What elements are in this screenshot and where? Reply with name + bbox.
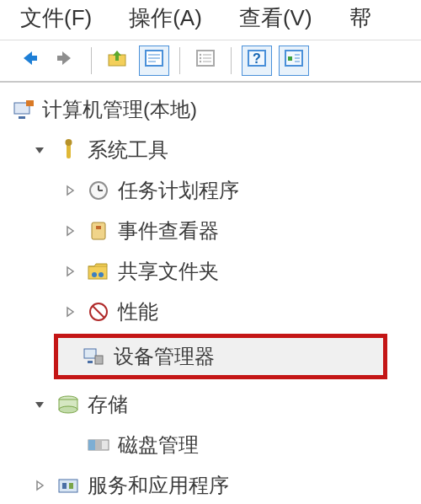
chevron-right-icon[interactable] xyxy=(30,476,49,495)
folder-up-icon xyxy=(106,47,128,74)
chevron-right-icon[interactable] xyxy=(61,262,79,281)
menu-action[interactable]: 操作(A) xyxy=(129,3,202,33)
svg-point-39 xyxy=(59,406,77,413)
tree-performance[interactable]: 性能 xyxy=(7,292,421,332)
svg-rect-35 xyxy=(88,361,93,363)
tree-label: 共享文件夹 xyxy=(118,258,219,285)
chevron-right-icon[interactable] xyxy=(61,222,79,240)
arrow-left-icon xyxy=(17,46,40,75)
navigation-tree: 计算机管理(本地) 系统工具 任务计划程序 事件查看器 xyxy=(0,83,421,504)
svg-rect-43 xyxy=(59,480,77,492)
svg-rect-27 xyxy=(92,223,105,239)
tree-label: 性能 xyxy=(118,298,158,325)
chevron-down-icon[interactable] xyxy=(30,141,49,159)
chevron-right-icon[interactable] xyxy=(61,181,79,200)
properties-button[interactable] xyxy=(139,46,169,76)
svg-rect-34 xyxy=(84,349,96,358)
tree-label: 设备管理器 xyxy=(114,343,215,370)
svg-point-8 xyxy=(200,61,201,62)
svg-rect-44 xyxy=(62,483,67,489)
tree-task-scheduler[interactable]: 任务计划程序 xyxy=(7,170,421,211)
list-icon xyxy=(195,48,216,73)
performance-icon xyxy=(86,299,111,324)
tree-services-and-applications[interactable]: 服务和应用程序 xyxy=(7,465,421,504)
toolbar-separator xyxy=(231,47,232,74)
show-hide-button[interactable] xyxy=(279,46,309,76)
properties-icon xyxy=(144,48,164,73)
disk-management-icon xyxy=(86,432,111,458)
tree-device-manager[interactable]: 设备管理器 xyxy=(54,334,387,379)
tree-root-computer-management[interactable]: 计算机管理(本地) xyxy=(7,89,421,130)
svg-point-7 xyxy=(200,57,201,59)
tree-label: 服务和应用程序 xyxy=(88,472,229,499)
storage-icon xyxy=(56,392,81,417)
toolbar-separator xyxy=(179,47,180,74)
tree-label: 事件查看器 xyxy=(118,217,219,244)
svg-rect-41 xyxy=(88,440,95,450)
shared-folder-icon xyxy=(86,259,111,284)
help-icon: ? xyxy=(247,48,267,73)
refresh-button[interactable] xyxy=(190,46,221,76)
help-button[interactable]: ? xyxy=(242,46,272,76)
tree-label: 存储 xyxy=(88,391,128,418)
svg-point-23 xyxy=(66,139,72,146)
svg-rect-20 xyxy=(19,116,25,119)
tree-event-viewer[interactable]: 事件查看器 xyxy=(7,211,421,251)
tree-label: 系统工具 xyxy=(88,137,168,164)
clock-icon xyxy=(86,178,111,203)
tree-disk-management[interactable]: • 磁盘管理 xyxy=(7,425,421,465)
svg-rect-15 xyxy=(288,56,292,61)
svg-point-6 xyxy=(200,54,201,56)
svg-rect-45 xyxy=(69,483,73,489)
panel-icon xyxy=(284,48,304,73)
menu-bar: 文件(F) 操作(A) 查看(V) 帮 xyxy=(0,0,421,40)
tree-label: 计算机管理(本地) xyxy=(42,96,197,123)
toolbar-separator xyxy=(91,47,92,74)
tree-label: 任务计划程序 xyxy=(118,177,239,204)
menu-help[interactable]: 帮 xyxy=(349,3,371,33)
chevron-right-icon[interactable] xyxy=(61,303,79,321)
svg-rect-29 xyxy=(88,266,107,279)
tree-system-tools[interactable]: 系统工具 xyxy=(7,130,421,170)
tree-shared-folders[interactable]: 共享文件夹 xyxy=(7,251,421,292)
forward-button[interactable] xyxy=(51,46,81,76)
svg-rect-42 xyxy=(95,440,102,450)
services-icon xyxy=(56,473,81,498)
menu-file[interactable]: 文件(F) xyxy=(20,3,92,33)
back-button[interactable] xyxy=(13,46,44,76)
svg-text:?: ? xyxy=(253,51,261,66)
svg-point-30 xyxy=(92,272,97,277)
svg-point-31 xyxy=(99,272,104,277)
tree-label: 磁盘管理 xyxy=(118,432,199,458)
device-manager-icon xyxy=(80,344,105,369)
tree-storage[interactable]: 存储 xyxy=(7,384,421,425)
event-viewer-icon xyxy=(86,218,111,244)
chevron-down-icon[interactable] xyxy=(30,395,49,414)
computer-management-icon xyxy=(10,97,35,122)
svg-rect-28 xyxy=(96,226,101,229)
svg-rect-21 xyxy=(26,100,34,106)
toolbar: ? xyxy=(0,40,421,83)
up-button[interactable] xyxy=(102,46,132,76)
arrow-right-icon xyxy=(54,46,77,75)
svg-rect-36 xyxy=(95,356,103,364)
menu-view[interactable]: 查看(V) xyxy=(239,3,312,33)
wrench-icon xyxy=(56,137,81,163)
